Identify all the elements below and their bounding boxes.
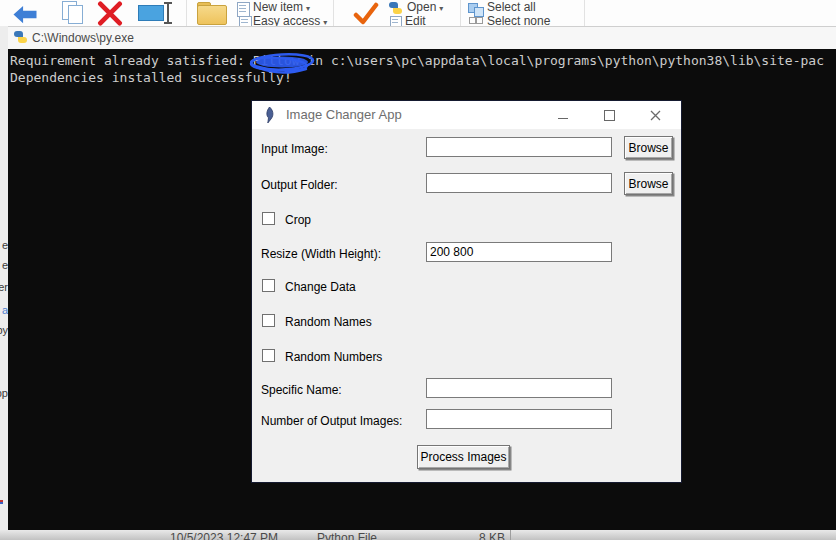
resize-label: Resize (Width Height): [261, 247, 381, 261]
num-output-field[interactable] [426, 409, 612, 429]
random-names-label: Random Names [285, 315, 372, 329]
browse-output-button[interactable]: Browse [624, 172, 673, 195]
explorer-background-sliver: e e er a py pp [0, 26, 8, 540]
edit-icon[interactable] [390, 16, 402, 26]
output-folder-label: Output Folder: [261, 178, 338, 192]
console-window-title: C:\Windows\py.exe [32, 31, 134, 45]
python-icon [389, 2, 403, 16]
ribbon-divider [333, 0, 334, 26]
num-output-label: Number of Output Images: [261, 414, 402, 428]
chevron-down-icon: ▾ [323, 18, 327, 26]
edit-label: Edit [405, 14, 426, 26]
file-type: Python File [317, 531, 377, 540]
change-data-checkbox[interactable] [262, 279, 275, 292]
process-images-button[interactable]: Process Images [417, 445, 510, 469]
resize-field[interactable] [426, 242, 612, 262]
easy-access-icon[interactable] [239, 16, 252, 26]
maximize-icon [604, 110, 615, 121]
file-size: 8 KB [479, 531, 505, 540]
input-image-field[interactable] [426, 137, 612, 157]
open-button[interactable]: Open▾ [407, 1, 443, 15]
output-folder-field[interactable] [426, 173, 612, 193]
filename-fragment: py [0, 325, 8, 336]
filename-fragment: er [0, 282, 8, 293]
select-none-button[interactable]: Select none [487, 15, 550, 26]
random-numbers-checkbox[interactable] [262, 349, 275, 362]
specific-name-label: Specific Name: [261, 383, 342, 397]
py-launcher-icon [14, 31, 28, 45]
minimize-button[interactable] [545, 101, 581, 129]
dialog-titlebar[interactable]: Image Changer App [252, 101, 681, 129]
filename-fragment: pp [0, 388, 8, 399]
select-all-icon[interactable] [468, 3, 484, 17]
back-icon[interactable] [12, 3, 38, 26]
console-titlebar[interactable]: C:\Windows\py.exe [8, 26, 836, 49]
checkmark-icon[interactable] [353, 2, 379, 26]
screen: New item▾ Easy access▾ Open▾ Edit Select… [0, 0, 836, 540]
specific-name-field[interactable] [426, 378, 612, 398]
ribbon-divider [186, 0, 187, 26]
copy-icon[interactable] [62, 1, 84, 25]
chevron-down-icon: ▾ [439, 4, 443, 13]
close-button[interactable] [637, 101, 673, 129]
new-item-icon[interactable] [237, 2, 250, 17]
random-numbers-label: Random Numbers [285, 350, 382, 364]
minimize-icon [558, 118, 568, 119]
crop-label: Crop [285, 213, 311, 227]
explorer-ribbon: New item▾ Easy access▾ Open▾ Edit Select… [0, 0, 836, 26]
tk-feather-icon [263, 106, 276, 128]
change-data-label: Change Data [285, 280, 356, 294]
select-all-label: Select all [487, 0, 536, 14]
file-date: 10/5/2023 12:47 PM [170, 531, 278, 540]
console-line: Requirement already satisfied: Pillow in… [10, 53, 824, 68]
maximize-button[interactable] [591, 101, 627, 129]
close-icon [650, 110, 661, 121]
random-names-checkbox[interactable] [262, 314, 275, 327]
ribbon-divider [584, 0, 585, 26]
blue-scribble-annotation [246, 52, 320, 82]
chevron-down-icon: ▾ [306, 4, 310, 13]
open-label: Open [407, 0, 436, 14]
new-item-button[interactable]: New item▾ [253, 1, 310, 15]
new-folder-icon[interactable] [197, 2, 227, 26]
easy-access-label: Easy access [253, 14, 320, 26]
browse-input-button[interactable]: Browse [624, 136, 673, 159]
image-changer-dialog: Image Changer App Input Image: Browse Ou… [251, 100, 682, 483]
file-icon-fragment [0, 502, 3, 504]
rename-icon[interactable] [138, 2, 174, 24]
select-all-button[interactable]: Select all [487, 1, 536, 14]
ribbon-divider [460, 0, 461, 26]
select-none-label: Select none [487, 14, 550, 26]
new-item-label: New item [253, 0, 303, 14]
crop-checkbox[interactable] [262, 212, 275, 225]
dialog-title: Image Changer App [286, 101, 402, 129]
input-image-label: Input Image: [261, 142, 328, 156]
delete-icon[interactable] [96, 1, 124, 26]
easy-access-button[interactable]: Easy access▾ [253, 15, 327, 26]
select-none-icon[interactable] [469, 17, 483, 25]
edit-button[interactable]: Edit [405, 15, 426, 26]
explorer-file-row[interactable]: 10/5/2023 12:47 PM Python File 8 KB [0, 530, 836, 540]
column-divider [510, 530, 511, 540]
